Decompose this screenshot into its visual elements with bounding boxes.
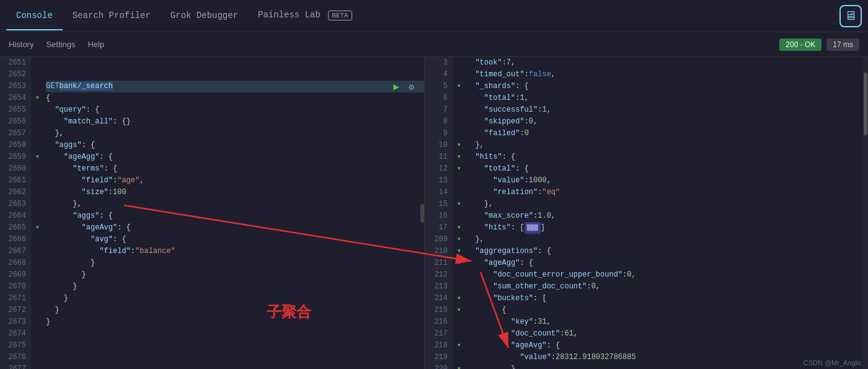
code-line: } <box>46 281 424 293</box>
code-line <box>46 57 424 69</box>
code-line: "total" : { <box>466 163 868 175</box>
code-line <box>46 328 424 340</box>
code-line <box>46 69 424 81</box>
code-line <box>46 363 424 369</box>
code-line: "aggs": { <box>46 140 424 151</box>
code-line: "ageAvg" : { <box>466 340 868 352</box>
code-line: "query": { <box>46 104 424 116</box>
code-line: "doc_count" : 61, <box>466 328 868 340</box>
collapsed-array-indicator[interactable]: ███ <box>525 222 541 234</box>
code-line <box>46 352 424 363</box>
status-area: 200 - OK 17 ms <box>779 38 859 51</box>
code-line: "total" : 1, <box>466 92 868 104</box>
code-line: "ageAgg": { <box>46 151 424 163</box>
code-line: "hits" : [███] <box>466 222 868 234</box>
left-code-content[interactable]: GET bank/_search { "query": { "match_all… <box>41 57 424 369</box>
code-line: "failed" : 0 <box>466 128 868 140</box>
code-line: }, <box>466 140 868 151</box>
tab-grok-debugger[interactable]: Grok Debugger <box>161 2 248 30</box>
code-line: "relation" : "eq" <box>466 187 868 198</box>
code-line: "value" : 1000, <box>466 175 868 187</box>
code-line: "sum_other_doc_count" : 0, <box>466 281 868 293</box>
response-time-badge: 17 ms <box>826 38 859 51</box>
code-line: "max_score" : 1.0, <box>466 210 868 222</box>
code-line: { <box>46 92 424 104</box>
watermark: CSDN @Mr_Anglic <box>804 359 862 367</box>
nav-history[interactable]: History <box>9 40 33 49</box>
code-line: "field": "balance" <box>46 246 424 257</box>
right-code-content: "took" : 7, "timed_out" : false, "_shard… <box>463 57 868 369</box>
app-icon[interactable]: 🖥 <box>839 5 862 27</box>
code-line: "size": 100 <box>46 187 424 198</box>
code-line: "aggs": { <box>46 210 424 222</box>
tab-console[interactable]: Console <box>6 2 63 30</box>
code-line: "buckets" : [ <box>466 293 868 305</box>
right-gutter: ▾ ▾ ▾ ▾ ▾ ▾ ▾ ▾ ▾ ▾ ▾ <box>453 57 463 369</box>
code-line: }, <box>46 128 424 140</box>
tab-search-profiler[interactable]: Search Profiler <box>63 2 161 30</box>
code-line: "ageAvg": { <box>46 222 424 234</box>
nav-help[interactable]: Help <box>87 40 104 49</box>
right-line-numbers: 3 4 5 6 7 8 9 10 11 12 13 14 15 16 17 20… <box>425 57 453 369</box>
code-line: "field": "age", <box>46 175 424 187</box>
code-line: "terms": { <box>46 163 424 175</box>
code-line <box>46 340 424 352</box>
code-line: "doc_count_error_upper_bound" : 0, <box>466 269 868 281</box>
code-line: } <box>46 293 424 305</box>
scroll-thumb[interactable] <box>864 73 867 135</box>
right-scrollbar[interactable] <box>863 57 868 369</box>
code-line: } <box>46 257 424 269</box>
right-editor-pane: 3 4 5 6 7 8 9 10 11 12 13 14 15 16 17 20… <box>425 57 868 369</box>
code-line: "took" : 7, <box>466 57 868 69</box>
right-code-area: 3 4 5 6 7 8 9 10 11 12 13 14 15 16 17 20… <box>425 57 868 369</box>
code-line: "key" : 31, <box>466 316 868 328</box>
left-gutter: ▾ ▾ ▾ <box>31 57 41 369</box>
code-line: }, <box>46 198 424 210</box>
code-line: { <box>466 305 868 316</box>
code-line: } <box>46 269 424 281</box>
run-button[interactable]: ▶ <box>393 81 399 93</box>
settings-button[interactable]: ⚙ <box>409 82 414 92</box>
code-line: "skipped" : 0, <box>466 116 868 128</box>
code-line: "_shards" : { <box>466 81 868 92</box>
code-line: }, <box>466 198 868 210</box>
main-content: 2651 2652 2653 2654 2655 2656 2657 2658 … <box>0 57 868 369</box>
second-navigation: History Settings Help 200 - OK 17 ms <box>0 32 868 57</box>
code-line: } <box>46 316 424 328</box>
tab-painless-lab[interactable]: Painless Lab BETA <box>248 1 362 30</box>
code-line: "aggregations" : { <box>466 246 868 257</box>
code-line: "hits" : { <box>466 151 868 163</box>
status-ok-badge: 200 - OK <box>779 38 822 51</box>
left-editor-pane: 2651 2652 2653 2654 2655 2656 2657 2658 … <box>0 57 425 369</box>
nav-settings[interactable]: Settings <box>46 40 75 49</box>
code-line: "timed_out" : false, <box>466 69 868 81</box>
code-line: "avg": { <box>46 234 424 246</box>
code-line: "successful" : 1, <box>466 104 868 116</box>
beta-badge: BETA <box>328 11 352 20</box>
left-code-area: 2651 2652 2653 2654 2655 2656 2657 2658 … <box>0 57 424 369</box>
code-line-current[interactable]: GET bank/_search <box>46 81 424 92</box>
code-line: "ageAgg" : { <box>466 257 868 269</box>
left-line-numbers: 2651 2652 2653 2654 2655 2656 2657 2658 … <box>0 57 31 369</box>
pane-divider[interactable]: ⋮ <box>420 204 425 223</box>
top-navigation: Console Search Profiler Grok Debugger Pa… <box>0 0 868 32</box>
code-line: }, <box>466 234 868 246</box>
code-line: "match_all": {} <box>46 116 424 128</box>
code-line: } <box>46 305 424 316</box>
